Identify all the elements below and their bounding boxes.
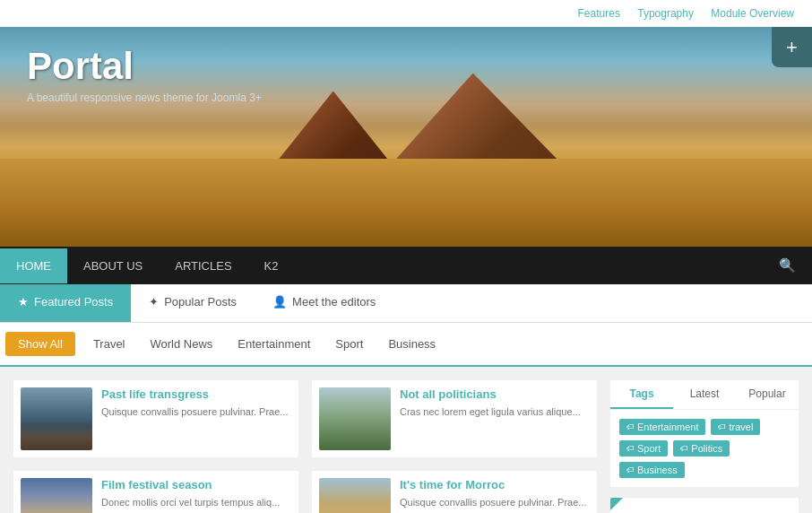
features-link[interactable]: Features [578, 7, 620, 20]
desert2-thumbnail [319, 478, 391, 513]
content-area: ★ Featured Posts ✦ Popular Posts 👤 Meet … [0, 284, 812, 513]
site-title: Portal [27, 45, 262, 88]
like-widget: » Like the way we work? [610, 498, 799, 513]
filter-entertainment[interactable]: Entertainment [225, 332, 323, 356]
post-thumb-1 [21, 387, 92, 450]
post-thumb-2 [319, 387, 391, 450]
teal-corner-flag [610, 498, 623, 510]
filter-show-all[interactable]: Show All [5, 332, 75, 356]
nav-about[interactable]: ABOUT US [67, 248, 159, 283]
tag-sport[interactable]: Sport [619, 440, 668, 456]
post-card-3: Film festival season Donec mollis orci v… [13, 471, 298, 513]
search-icon[interactable]: 🔍 [763, 247, 812, 284]
post-title-2[interactable]: Not all politicians [400, 387, 581, 401]
post-card-4: It's time for Morroc Quisque convallis p… [312, 471, 597, 513]
tags-widget-tabs: Tags Latest Popular [610, 380, 799, 410]
tab-popular-label: Popular Posts [164, 295, 237, 309]
diamond-icon: ✦ [149, 295, 159, 309]
nav-k2[interactable]: K2 [248, 248, 295, 283]
main-nav: HOME ABOUT US ARTICLES K2 🔍 [0, 247, 812, 284]
post-excerpt-4: Quisque convallis posuere pulvinar. Prae… [400, 496, 587, 509]
typography-link[interactable]: Typography [637, 7, 694, 20]
post-excerpt-3: Donec mollis orci vel turpis tempus aliq… [101, 496, 280, 509]
post-info-3: Film festival season Donec mollis orci v… [101, 478, 280, 513]
post-thumb-3 [21, 478, 92, 513]
star-icon: ★ [18, 295, 29, 309]
header-title: Portal A beautiful responsive news theme… [27, 45, 262, 104]
plus-button[interactable]: + [772, 27, 812, 67]
tab-featured-posts[interactable]: ★ Featured Posts [0, 284, 131, 322]
tab-featured-label: Featured Posts [34, 295, 113, 309]
tag-travel[interactable]: travel [711, 419, 760, 435]
site-subtitle: A beautiful responsive news theme for Jo… [27, 91, 262, 104]
tag-business[interactable]: Business [619, 462, 685, 478]
tags-widget: Tags Latest Popular Entertainment travel… [610, 380, 799, 487]
goat-thumbnail [319, 387, 391, 450]
filter-bar: Show All Travel World News Entertainment… [0, 323, 812, 367]
person-icon: 👤 [272, 295, 287, 309]
post-info-4: It's time for Morroc Quisque convallis p… [400, 478, 587, 513]
widget-tab-latest[interactable]: Latest [673, 380, 736, 409]
post-title-4[interactable]: It's time for Morroc [400, 478, 587, 491]
main-content: Past life transgress Quisque convallis p… [0, 367, 812, 513]
tab-editors-label: Meet the editors [292, 295, 376, 309]
cinema-thumbnail [21, 478, 92, 513]
filter-travel[interactable]: Travel [81, 332, 138, 356]
header-banner: Portal A beautiful responsive news theme… [0, 27, 812, 247]
post-excerpt-2: Cras nec lorem eget ligula varius alique… [400, 405, 581, 419]
post-card-1: Past life transgress Quisque convallis p… [13, 380, 298, 457]
posts-grid: Past life transgress Quisque convallis p… [13, 380, 597, 513]
filter-sport[interactable]: Sport [323, 332, 376, 356]
posts-row-2: Film festival season Donec mollis orci v… [13, 471, 597, 513]
post-thumb-4 [319, 478, 391, 513]
post-info-1: Past life transgress Quisque convallis p… [101, 387, 289, 450]
post-title-1[interactable]: Past life transgress [101, 387, 289, 401]
post-info-2: Not all politicians Cras nec lorem eget … [400, 387, 581, 450]
road-decoration [0, 159, 812, 247]
filter-world-news[interactable]: World News [138, 332, 226, 356]
tab-popular-posts[interactable]: ✦ Popular Posts [131, 284, 255, 322]
nav-home[interactable]: HOME [0, 248, 67, 283]
tags-content: Entertainment travel Sport Politics Busi… [610, 410, 799, 487]
post-excerpt-1: Quisque convallis posuere pulvinar. Prae… [101, 405, 289, 419]
post-title-3[interactable]: Film festival season [101, 478, 280, 491]
post-card-2: Not all politicians Cras nec lorem eget … [312, 380, 597, 457]
tag-entertainment[interactable]: Entertainment [619, 419, 705, 435]
tag-politics[interactable]: Politics [673, 440, 730, 456]
posts-row-1: Past life transgress Quisque convallis p… [13, 380, 597, 457]
sidebar: Tags Latest Popular Entertainment travel… [610, 380, 799, 513]
filter-business[interactable]: Business [376, 332, 448, 356]
top-nav: Features Typography Module Overview [0, 0, 812, 27]
castle-thumbnail [21, 387, 92, 450]
nav-articles[interactable]: ARTICLES [159, 248, 247, 283]
tab-meet-editors[interactable]: 👤 Meet the editors [255, 284, 393, 322]
widget-tab-popular[interactable]: Popular [736, 380, 799, 409]
widget-tab-tags[interactable]: Tags [610, 380, 673, 409]
module-overview-link[interactable]: Module Overview [711, 7, 794, 20]
tabs-bar: ★ Featured Posts ✦ Popular Posts 👤 Meet … [0, 284, 812, 323]
